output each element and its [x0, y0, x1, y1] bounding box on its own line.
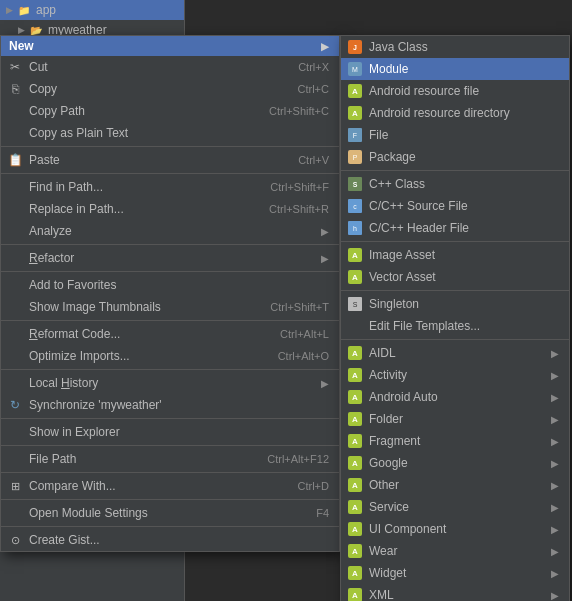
- menu-item-copy-plain[interactable]: Copy as Plain Text: [1, 122, 339, 144]
- android-icon: A: [347, 247, 363, 263]
- android-icon: A: [347, 433, 363, 449]
- submenu-arrow-icon: ▶: [551, 414, 559, 425]
- sync-icon: ↻: [7, 397, 23, 413]
- android-icon: A: [347, 83, 363, 99]
- folder-icon: 📁: [16, 2, 32, 18]
- separator: [1, 320, 339, 321]
- submenu-item-google[interactable]: A Google ▶: [341, 452, 569, 474]
- menu-item-copy-path[interactable]: Copy Path Ctrl+Shift+C: [1, 100, 339, 122]
- paste-icon: 📋: [7, 152, 23, 168]
- module-icon: M: [347, 61, 363, 77]
- scissors-icon: ✂: [7, 59, 23, 75]
- submenu-item-android-resource-dir[interactable]: A Android resource directory: [341, 102, 569, 124]
- submenu-item-service[interactable]: A Service ▶: [341, 496, 569, 518]
- submenu-item-java-class[interactable]: J Java Class: [341, 36, 569, 58]
- android-icon: A: [347, 345, 363, 361]
- file-icon: F: [347, 127, 363, 143]
- context-menu-right: J Java Class M Module A Android resource…: [340, 35, 570, 601]
- menu-item-favorites[interactable]: Add to Favorites: [1, 274, 339, 296]
- separator: [1, 418, 339, 419]
- separator: [1, 499, 339, 500]
- menu-item-reformat[interactable]: Reformat Code... Ctrl+Alt+L: [1, 323, 339, 345]
- tree-item-app[interactable]: ▶ 📁 app: [0, 0, 184, 20]
- submenu-item-image-asset[interactable]: A Image Asset: [341, 244, 569, 266]
- android-icon: A: [347, 367, 363, 383]
- cpp-header-icon: h: [347, 220, 363, 236]
- separator: [1, 146, 339, 147]
- menu-item-module-settings[interactable]: Open Module Settings F4: [1, 502, 339, 524]
- android-icon: A: [347, 499, 363, 515]
- submenu-item-module[interactable]: M Module: [341, 58, 569, 80]
- menu-item-optimize[interactable]: Optimize Imports... Ctrl+Alt+O: [1, 345, 339, 367]
- menu-item-new[interactable]: New ▶: [1, 36, 339, 56]
- menu-item-analyze[interactable]: Analyze ▶: [1, 220, 339, 242]
- submenu-arrow-icon: ▶: [321, 41, 329, 52]
- separator: [1, 271, 339, 272]
- copy-icon: ⎘: [7, 81, 23, 97]
- submenu-item-other[interactable]: A Other ▶: [341, 474, 569, 496]
- menu-item-compare[interactable]: ⊞ Compare With... Ctrl+D: [1, 475, 339, 497]
- separator: [341, 290, 569, 291]
- android-icon: A: [347, 521, 363, 537]
- menu-item-paste[interactable]: 📋 Paste Ctrl+V: [1, 149, 339, 171]
- submenu-item-vector-asset[interactable]: A Vector Asset: [341, 266, 569, 288]
- submenu-arrow-icon: ▶: [551, 590, 559, 601]
- submenu-item-android-auto[interactable]: A Android Auto ▶: [341, 386, 569, 408]
- menu-item-local-history[interactable]: Local History ▶: [1, 372, 339, 394]
- separator: [341, 339, 569, 340]
- submenu-arrow-icon: ▶: [551, 370, 559, 381]
- separator: [1, 244, 339, 245]
- menu-item-refactor[interactable]: Refactor ▶: [1, 247, 339, 269]
- submenu-item-activity[interactable]: A Activity ▶: [341, 364, 569, 386]
- s-icon: S: [347, 176, 363, 192]
- separator: [1, 445, 339, 446]
- menu-item-replace-path[interactable]: Replace in Path... Ctrl+Shift+R: [1, 198, 339, 220]
- submenu-item-xml[interactable]: A XML ▶: [341, 584, 569, 601]
- menu-item-show-explorer[interactable]: Show in Explorer: [1, 421, 339, 443]
- menu-item-create-gist[interactable]: ⊙ Create Gist...: [1, 529, 339, 551]
- separator: [341, 170, 569, 171]
- android-icon: A: [347, 543, 363, 559]
- submenu-item-cpp-class[interactable]: S C++ Class: [341, 173, 569, 195]
- separator: [1, 526, 339, 527]
- menu-item-find-path[interactable]: Find in Path... Ctrl+Shift+F: [1, 176, 339, 198]
- submenu-arrow-icon: ▶: [551, 568, 559, 579]
- cpp-icon: c: [347, 198, 363, 214]
- submenu-item-cpp-header[interactable]: h C/C++ Header File: [341, 217, 569, 239]
- menu-item-copy[interactable]: ⎘ Copy Ctrl+C: [1, 78, 339, 100]
- submenu-item-edit-templates[interactable]: Edit File Templates...: [341, 315, 569, 337]
- submenu-arrow-icon: ▶: [551, 458, 559, 469]
- submenu-item-file[interactable]: F File: [341, 124, 569, 146]
- submenu-arrow-icon: ▶: [321, 253, 329, 264]
- context-menu-left: New ▶ ✂ Cut Ctrl+X ⎘ Copy Ctrl+C Copy Pa…: [0, 35, 340, 552]
- submenu-item-singleton[interactable]: S Singleton: [341, 293, 569, 315]
- submenu-arrow-icon: ▶: [551, 502, 559, 513]
- separator: [1, 472, 339, 473]
- android-icon: A: [347, 269, 363, 285]
- submenu-item-package[interactable]: P Package: [341, 146, 569, 168]
- compare-icon: ⊞: [7, 478, 23, 494]
- submenu-item-cpp-source[interactable]: c C/C++ Source File: [341, 195, 569, 217]
- submenu-item-aidl[interactable]: A AIDL ▶: [341, 342, 569, 364]
- submenu-item-folder[interactable]: A Folder ▶: [341, 408, 569, 430]
- menu-item-cut[interactable]: ✂ Cut Ctrl+X: [1, 56, 339, 78]
- submenu-arrow-icon: ▶: [551, 436, 559, 447]
- submenu-arrow-icon: ▶: [551, 546, 559, 557]
- submenu-arrow-icon: ▶: [551, 392, 559, 403]
- menu-item-file-path[interactable]: File Path Ctrl+Alt+F12: [1, 448, 339, 470]
- submenu-item-android-resource-file[interactable]: A Android resource file: [341, 80, 569, 102]
- menu-item-synchronize[interactable]: ↻ Synchronize 'myweather': [1, 394, 339, 416]
- separator: [341, 241, 569, 242]
- android-icon: A: [347, 105, 363, 121]
- separator: [1, 369, 339, 370]
- submenu-item-widget[interactable]: A Widget ▶: [341, 562, 569, 584]
- singleton-icon: S: [347, 296, 363, 312]
- submenu-arrow-icon: ▶: [551, 480, 559, 491]
- submenu-item-wear[interactable]: A Wear ▶: [341, 540, 569, 562]
- submenu-arrow-icon: ▶: [551, 524, 559, 535]
- submenu-arrow-icon: ▶: [551, 348, 559, 359]
- menu-item-thumbnails[interactable]: Show Image Thumbnails Ctrl+Shift+T: [1, 296, 339, 318]
- package-icon: P: [347, 149, 363, 165]
- submenu-item-ui-component[interactable]: A UI Component ▶: [341, 518, 569, 540]
- submenu-item-fragment[interactable]: A Fragment ▶: [341, 430, 569, 452]
